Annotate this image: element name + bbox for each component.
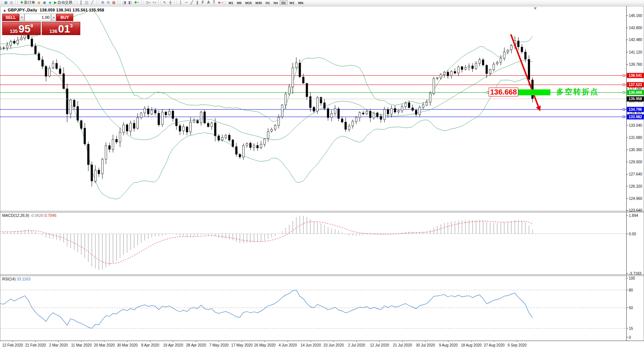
- timeframe-button-h4[interactable]: H4: [272, 0, 280, 5]
- macd-signal-line: [0, 221, 532, 263]
- sell-price-base: 135: [10, 29, 18, 34]
- bar-chart-icon[interactable]: ║: [78, 0, 84, 5]
- collapse-icon[interactable]: ▲: [3, 8, 6, 12]
- crosshair-icon[interactable]: ┼: [168, 0, 173, 5]
- toolbar-group-handle[interactable]: [176, 0, 177, 4]
- label-icon[interactable]: T: [211, 0, 217, 5]
- price-axis[interactable]: 145.160143.800142.480141.120139.760138.4…: [627, 14, 644, 340]
- price-axis-label: 133.040: [629, 123, 643, 127]
- data-window-icon[interactable]: ◨: [121, 0, 127, 5]
- rsi-axis-label: 15: [629, 327, 633, 331]
- timeframe-button-m30[interactable]: M30: [254, 0, 264, 5]
- toolbar-separator: [141, 0, 141, 4]
- toolbar-group-handle[interactable]: [120, 0, 121, 4]
- toolbar-group-handle[interactable]: [1, 0, 2, 4]
- date-axis-label: 23 Jun 2020: [323, 343, 344, 347]
- zoom-in-icon[interactable]: ⊕: [100, 0, 105, 5]
- sell-price-pip: 8: [30, 23, 33, 28]
- date-axis-label: 8 Apr 2020: [141, 343, 159, 347]
- toolbar-separator: [75, 0, 75, 4]
- macd-label: MACD(12,26,9) -0.0626 0.7045: [2, 213, 57, 218]
- toolbar-separator: [96, 0, 97, 4]
- toolbar-group-handle[interactable]: [98, 0, 99, 4]
- buy-button[interactable]: BUY: [56, 14, 73, 21]
- timeframe-button-h1[interactable]: H1: [264, 0, 272, 5]
- sell-button[interactable]: SELL: [2, 14, 19, 21]
- cursor-icon[interactable]: ↖: [162, 0, 168, 5]
- timeframe-button-mn[interactable]: MN: [296, 0, 305, 5]
- rsi-axis-label: 80: [629, 288, 633, 292]
- price-tag-label: 138.541: [628, 74, 642, 78]
- price-axis-label: 127.640: [629, 172, 643, 176]
- sell-price-big: 95: [18, 25, 30, 34]
- tile-windows-icon[interactable]: ▦: [111, 0, 117, 5]
- fibonacci-icon[interactable]: F: [200, 0, 206, 5]
- bollinger-bands: [0, 9, 533, 199]
- new-order-icon[interactable]: ✚新订单: [19, 0, 36, 5]
- date-axis-label: 14 Jun 2020: [300, 343, 321, 347]
- macd-axis-label: -3.7183: [629, 272, 641, 276]
- price-axis-label: 130.360: [629, 148, 643, 152]
- chart-shift-marker[interactable]: [534, 7, 537, 10]
- indicators-icon[interactable]: ≈▾: [152, 0, 158, 5]
- vertical-line-icon[interactable]: │: [178, 0, 183, 5]
- price-axis-label: 143.800: [629, 26, 643, 30]
- volume-input[interactable]: 1.00: [24, 14, 51, 21]
- date-axis-label: 6 Sep 2020: [508, 343, 527, 347]
- toolbar: ▦◎✚新订单◆◉◈▶自动交易║◫╱⊕⊖▦◨◧✚▾◷▾≈▾↖┼│─╱∥FAT►▾M…: [0, 0, 644, 5]
- chart-title: ▲GBPJPY-,Daily 138.059 138.341 135.561 1…: [3, 8, 104, 12]
- text-icon[interactable]: A: [206, 0, 211, 5]
- date-axis-label: 30 Jul 2020: [416, 343, 435, 347]
- candlestick-chart-icon[interactable]: ◫: [84, 0, 90, 5]
- autotrading-icon[interactable]: ▶自动交易: [53, 0, 74, 5]
- price-axis-label: 139.760: [629, 62, 643, 66]
- date-axis-label: 28 Apr 2020: [186, 343, 206, 347]
- volume-decrease-button[interactable]: ▼: [19, 14, 24, 21]
- horizontal-line-icon[interactable]: ─: [183, 0, 189, 5]
- date-axis-label: 21 Jul 2020: [393, 343, 412, 347]
- toolbar-separator: [158, 0, 159, 4]
- rsi-axis-label: 50: [629, 306, 633, 310]
- turning-point-zone-rect[interactable]: [517, 89, 550, 95]
- volume-increase-button[interactable]: ▲: [51, 14, 56, 21]
- sell-price-box[interactable]: 135 95 8: [2, 22, 41, 35]
- one-click-trading-panel: SELL ▼ 1.00 ▲ BUY 135 95 8 136 01 3: [2, 14, 81, 35]
- arrows-icon[interactable]: ►▾: [217, 0, 224, 5]
- zoom-out-icon[interactable]: ⊖: [105, 0, 111, 5]
- trendline-icon[interactable]: ╱: [189, 0, 195, 5]
- toolbar-group-handle[interactable]: [17, 0, 18, 4]
- buy-price-pip: 3: [70, 23, 73, 28]
- buy-price-box[interactable]: 136 01 3: [42, 22, 80, 35]
- period-icon[interactable]: ◷▾: [145, 0, 152, 5]
- timeframe-button-m1[interactable]: M1: [227, 0, 235, 5]
- chart-canvas: 145.160143.800142.480141.120139.760138.4…: [0, 0, 644, 348]
- timeframe-button-d1[interactable]: D1: [280, 0, 288, 5]
- navigator-icon[interactable]: ◧: [127, 0, 133, 5]
- channel-icon[interactable]: ∥: [195, 0, 200, 5]
- price-tag-label: 137.523: [628, 83, 642, 87]
- date-axis-label: 12 Feb 2020: [2, 343, 23, 347]
- search-symbol-icon[interactable]: ◎: [9, 0, 14, 5]
- turning-point-text[interactable]: 多空转折点: [556, 87, 599, 97]
- price-axis-label: 123.640: [629, 208, 643, 212]
- line-chart-icon[interactable]: ╱: [90, 0, 95, 5]
- experts-icon[interactable]: ◉: [42, 0, 47, 5]
- history-center-icon[interactable]: ◆: [36, 0, 42, 5]
- timeframe-button-w1[interactable]: W1: [288, 0, 297, 5]
- toolbar-separator: [225, 0, 226, 4]
- signals-icon[interactable]: ◈: [47, 0, 53, 5]
- price-level-label[interactable]: 136.668: [489, 88, 518, 96]
- rsi-axis-label: 0: [629, 335, 631, 340]
- toolbar-group-handle[interactable]: [77, 0, 78, 4]
- toolbar-group-handle[interactable]: [143, 0, 144, 4]
- date-axis[interactable]: 12 Feb 202021 Feb 20202 Mar 202011 Mar 2…: [2, 341, 527, 348]
- price-axis-label: 124.960: [629, 197, 643, 201]
- buy-price-base: 136: [49, 29, 57, 34]
- timeframe-button-m15[interactable]: M15: [243, 0, 254, 5]
- timeframe-button-m5[interactable]: M5: [235, 0, 243, 5]
- toolbar-group-handle[interactable]: [161, 0, 161, 4]
- new-chart-icon[interactable]: ✚▾: [133, 0, 139, 5]
- price-tag-label: 136.668: [628, 91, 642, 95]
- chart-window-icon[interactable]: ▦: [3, 0, 9, 5]
- toolbar-separator: [15, 0, 16, 4]
